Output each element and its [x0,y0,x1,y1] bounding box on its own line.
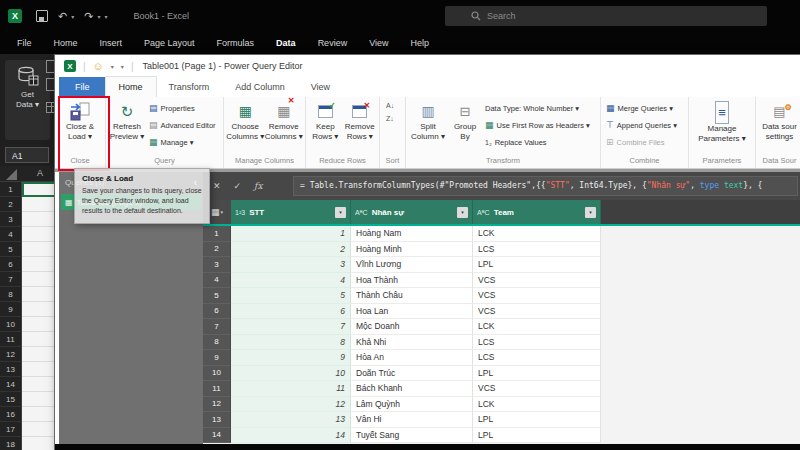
undo-caret-icon[interactable]: ▾ [71,13,74,20]
column-header-team[interactable]: AᴮCTeam▾ [473,200,601,224]
group-by-button[interactable]: ⊟ Group By [448,99,482,155]
keep-rows-button[interactable]: ✓ Keep Rows ▾ [308,99,343,155]
formula-input[interactable]: = Table.TransformColumnTypes(#"Promoted … [293,176,798,196]
cell-team[interactable]: LCK [473,319,601,335]
row-header[interactable]: 7 [0,272,22,287]
row-number[interactable]: 5 [203,288,231,304]
menu-tab-file[interactable]: File [6,38,43,48]
row-header[interactable]: 11 [0,332,22,347]
row-header[interactable]: 12 [0,347,22,362]
cell-nhan-su[interactable]: Khả Nhi [351,335,473,351]
cell-team[interactable]: LCS [473,242,601,258]
smiley-caret-icon[interactable]: ▾ [111,63,114,70]
cell-team[interactable]: LCS [473,350,601,366]
table-row[interactable]: 55Thành ChâuVCS [203,288,800,304]
cell-stt[interactable]: 12 [231,397,351,413]
row-header[interactable]: 16 [0,407,22,422]
manage-button[interactable]: ▦ Manage ▾ [146,134,219,151]
use-first-row-button[interactable]: ▦ Use First Row as Headers ▾ [482,117,593,134]
cell-nhan-su[interactable]: Tuyết Sang [351,428,473,444]
cell-A14[interactable] [22,377,58,392]
cell-stt[interactable]: 7 [231,319,351,335]
row-header[interactable]: 15 [0,392,22,407]
remove-rows-button[interactable]: ✕ Remove Rows ▾ [343,99,378,155]
row-header[interactable]: 10 [0,317,22,332]
cell-team[interactable]: LCS [473,335,601,351]
row-header[interactable]: 6 [0,257,22,272]
table-row[interactable]: 1010Doãn TrúcLPL [203,366,800,382]
menu-tab-home[interactable]: Home [43,38,89,48]
search-box[interactable]: Search [445,6,767,26]
cell-nhan-su[interactable]: Hoàng Minh [351,242,473,258]
row-number[interactable]: 7 [203,319,231,335]
pq-tab-home[interactable]: Home [106,77,156,97]
data-type-button[interactable]: Data Type: Whole Number ▾ [482,100,593,117]
cell-nhan-su[interactable]: Hoa Lan [351,304,473,320]
replace-values-button[interactable]: 1₂ Replace Values [482,134,593,151]
cell-A5[interactable] [22,242,58,257]
pq-tab-transform[interactable]: Transform [156,77,223,97]
table-row[interactable]: 66Hoa LanVCS [203,304,800,320]
redo-button[interactable]: ↷ [84,11,93,21]
table-row[interactable]: 88Khả NhiLCS [203,335,800,351]
cell-stt[interactable]: 14 [231,428,351,444]
cell-nhan-su[interactable]: Hòa An [351,350,473,366]
filter-dropdown-icon[interactable]: ▾ [585,207,596,218]
cell-team[interactable]: VCS [473,273,601,289]
redo-caret-icon[interactable]: ▾ [97,13,100,20]
cell-stt[interactable]: 6 [231,304,351,320]
row-header[interactable]: 13 [0,362,22,377]
menu-tab-help[interactable]: Help [400,38,441,48]
cell-A10[interactable] [22,317,58,332]
cell-A16[interactable] [22,407,58,422]
menu-tab-insert[interactable]: Insert [89,38,134,48]
table-row[interactable]: 99Hòa AnLCS [203,350,800,366]
column-header-stt[interactable]: 1²3STT▾ [231,200,351,224]
save-icon[interactable] [36,10,48,22]
cell-A12[interactable] [22,347,58,362]
cell-A1[interactable] [22,182,58,197]
row-header[interactable]: 18 [0,437,22,450]
cell-team[interactable]: LPL [473,412,601,428]
menu-tab-view[interactable]: View [358,38,399,48]
cell-nhan-su[interactable]: Bách Khanh [351,381,473,397]
row-header[interactable]: 17 [0,422,22,437]
row-number[interactable]: 10 [203,366,231,382]
cell-A9[interactable] [22,302,58,317]
get-data-button[interactable]: Get Data ▾ [5,60,50,140]
row-number[interactable]: 12 [203,397,231,413]
advanced-editor-button[interactable]: ▤ Advanced Editor [146,117,219,134]
combine-files-button[interactable]: ⊞ Combine Files [603,134,680,151]
row-number[interactable]: 2 [203,242,231,258]
menu-tab-review[interactable]: Review [307,38,359,48]
cell-A2[interactable] [22,197,58,212]
cell-A6[interactable] [22,257,58,272]
cell-team[interactable]: VCS [473,304,601,320]
cell-A8[interactable] [22,287,58,302]
cell-nhan-su[interactable]: Hoàng Nam [351,226,473,242]
row-number[interactable]: 13 [203,412,231,428]
cell-stt[interactable]: 3 [231,257,351,273]
filter-dropdown-icon[interactable]: ▾ [457,207,468,218]
accept-formula-icon[interactable]: ✓ [234,181,242,191]
data-source-settings-button[interactable]: ▤ ⚙ Data sour settings [758,99,800,155]
cell-team[interactable]: LCK [473,397,601,413]
row-number[interactable]: 14 [203,428,231,444]
row-number[interactable]: 11 [203,381,231,397]
table-row[interactable]: 1212Lâm QuỳnhLCK [203,397,800,413]
row-header[interactable]: 8 [0,287,22,302]
cell-nhan-su[interactable]: Thành Châu [351,288,473,304]
cell-nhan-su[interactable]: Vĩnh Lương [351,257,473,273]
cell-team[interactable]: LPL [473,257,601,273]
cell-team[interactable]: LPL [473,428,601,444]
cell-team[interactable]: LCK [473,226,601,242]
cancel-formula-icon[interactable]: ✕ [213,181,221,191]
cell-A17[interactable] [22,422,58,437]
name-box[interactable]: A1 [5,147,49,163]
column-header-A[interactable]: A [22,166,58,181]
cell-nhan-su[interactable]: Lâm Quỳnh [351,397,473,413]
row-number[interactable]: 9 [203,350,231,366]
select-all-corner[interactable] [6,169,17,180]
cell-team[interactable]: VCS [473,288,601,304]
row-number[interactable]: 6 [203,304,231,320]
